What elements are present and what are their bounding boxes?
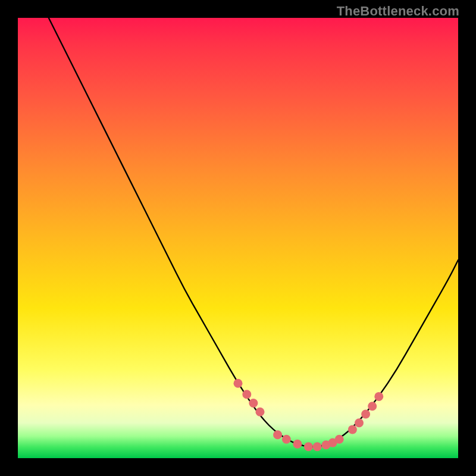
data-point <box>368 402 377 411</box>
attribution-text: TheBottleneck.com <box>337 4 459 19</box>
plot-area <box>18 18 458 458</box>
data-point <box>304 442 313 451</box>
curve-line <box>49 18 458 447</box>
data-point <box>234 379 243 388</box>
data-point <box>273 430 282 439</box>
data-point <box>348 425 357 434</box>
data-point <box>361 410 370 419</box>
data-point <box>256 408 265 416</box>
data-point <box>355 418 364 427</box>
chart-stage: TheBottleneck.com <box>0 0 476 476</box>
data-point <box>374 392 383 401</box>
data-point <box>293 440 302 449</box>
data-point <box>313 442 322 451</box>
data-point <box>335 435 344 444</box>
data-point <box>282 435 291 444</box>
curve-markers <box>234 379 384 452</box>
data-point <box>242 390 251 399</box>
data-point <box>249 399 258 408</box>
chart-overlay <box>18 18 458 458</box>
